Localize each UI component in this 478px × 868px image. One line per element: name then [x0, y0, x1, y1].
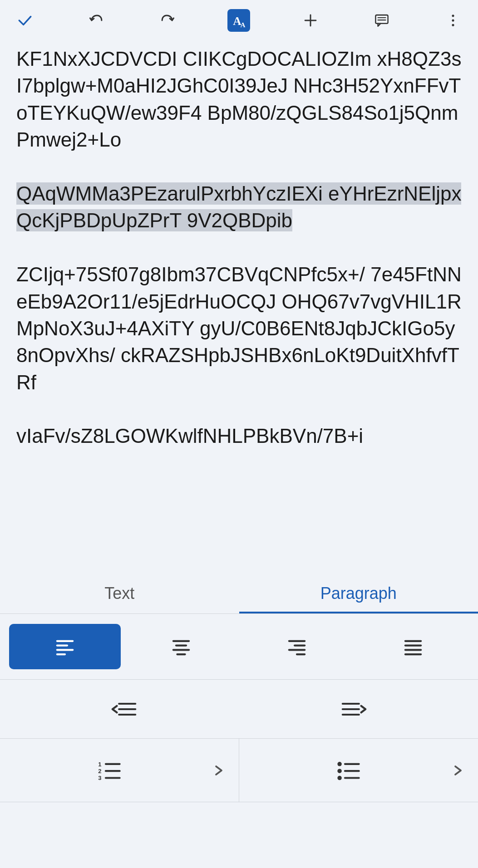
- indent-row: [0, 680, 478, 739]
- indent-increase-button[interactable]: [239, 699, 469, 719]
- indent-decrease-button[interactable]: [9, 699, 239, 719]
- text-before-selection: KF1NxXJCDVCDI CIIKCgDOCALIOZIm xH8QZ3sI7…: [16, 48, 461, 151]
- svg-text:1: 1: [98, 760, 101, 767]
- align-justify-button[interactable]: [357, 624, 469, 669]
- svg-point-40: [337, 775, 341, 780]
- alignment-row: [0, 614, 478, 680]
- document-text[interactable]: KF1NxXJCDVCDI CIIKCgDOCALIOZIm xH8QZ3sI7…: [16, 45, 462, 450]
- svg-point-7: [452, 15, 454, 17]
- bullet-list-section: [239, 739, 478, 802]
- font-button[interactable]: A A: [227, 9, 250, 32]
- comment-button[interactable]: [370, 9, 393, 32]
- bullet-list-expand-button[interactable]: [450, 762, 471, 779]
- content-area: KF1NxXJCDVCDI CIIKCgDOCALIOZIm xH8QZ3sI7…: [0, 41, 478, 573]
- tab-paragraph[interactable]: Paragraph: [239, 573, 478, 613]
- numbered-list-expand-button[interactable]: [211, 762, 232, 779]
- svg-point-38: [337, 762, 341, 766]
- svg-point-9: [452, 24, 454, 26]
- tab-bar: Text Paragraph: [0, 573, 478, 614]
- toolbar: A A: [0, 0, 478, 41]
- more-button[interactable]: [442, 9, 464, 32]
- svg-text:A: A: [241, 21, 246, 28]
- align-right-button[interactable]: [241, 624, 353, 669]
- numbered-list-button[interactable]: 1 2 3: [7, 759, 211, 782]
- text-partial: vIaFv/sZ8LGOWKwlfNHLPBkBVn/7B+i: [16, 425, 363, 447]
- svg-text:2: 2: [98, 767, 101, 774]
- svg-rect-4: [375, 15, 388, 24]
- svg-point-8: [452, 19, 454, 21]
- bottom-panel: Text Paragraph: [0, 573, 478, 868]
- redo-button[interactable]: [156, 9, 179, 32]
- text-after-selection: ZCIjq+75Sf07g8Ibm37CBVqCNPfc5x+/ 7e45FtN…: [16, 263, 462, 393]
- undo-button[interactable]: [85, 9, 108, 32]
- list-row: 1 2 3: [0, 739, 478, 802]
- align-center-button[interactable]: [125, 624, 237, 669]
- svg-point-39: [337, 769, 341, 773]
- bullet-list-button[interactable]: [246, 759, 450, 782]
- numbered-list-section: 1 2 3: [0, 739, 239, 802]
- selected-text: QAqWMMa3PEzarulPxrbhYczIEXi eYHrEzrNEljp…: [16, 182, 461, 231]
- align-left-button[interactable]: [9, 624, 121, 669]
- tab-text[interactable]: Text: [0, 573, 239, 613]
- check-button[interactable]: [14, 9, 36, 32]
- add-button[interactable]: [299, 9, 322, 32]
- svg-text:3: 3: [98, 775, 101, 781]
